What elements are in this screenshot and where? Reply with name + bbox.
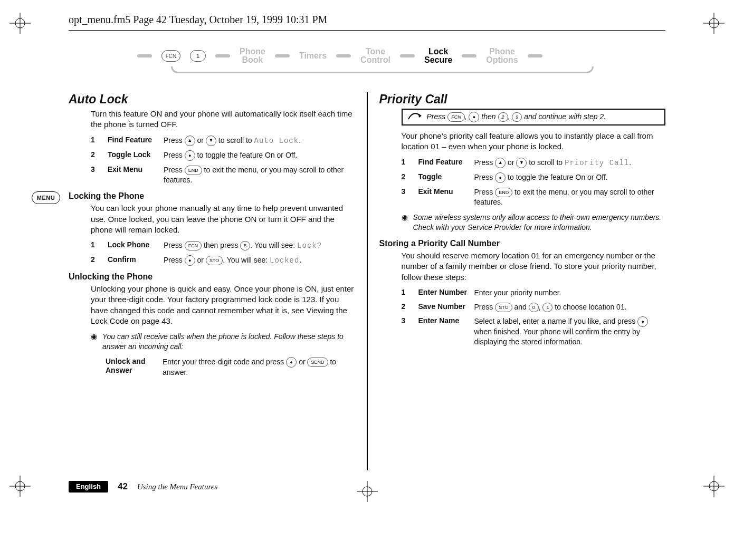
auto-lock-intro: Turn this feature ON and your phone will… xyxy=(91,109,355,130)
priority-intro: Your phone’s priority call feature allow… xyxy=(402,131,666,152)
sub-heading-locking: Locking the Phone xyxy=(69,191,355,201)
scroll-down-icon: ▼ xyxy=(206,136,216,146)
sub-heading-unlocking: Unlocking the Phone xyxy=(69,272,355,282)
step-label: Toggle xyxy=(418,172,469,183)
nav-dash-icon xyxy=(137,54,152,57)
step-number: 1 xyxy=(402,288,413,298)
step-label: Unlock and Answer xyxy=(106,357,156,378)
nav-item-label: Tone xyxy=(366,47,385,56)
step-label: Exit Menu xyxy=(418,187,469,207)
select-key-icon: ● xyxy=(286,357,297,368)
nav-dash-icon xyxy=(528,54,542,57)
five-key-icon: 5 xyxy=(240,241,250,250)
page-title: Using the Menu Features xyxy=(137,482,217,491)
one-key-icon: 1 xyxy=(542,303,552,312)
zero-key-icon: 0 xyxy=(529,303,539,312)
nav-item-label: Lock xyxy=(428,47,448,56)
step-label: Lock Phone xyxy=(108,240,158,251)
nav-item-tone-control: Tone Control xyxy=(360,47,390,64)
nav-item-label: Options xyxy=(486,56,518,64)
step-desc: Enter your three-digit code and press ● … xyxy=(163,357,355,378)
locking-steps: 1 Lock Phone Press FCN then press 5. You… xyxy=(91,240,355,266)
note-bullet-icon: ◉ xyxy=(402,213,408,233)
locking-body: You can lock your phone manually at any … xyxy=(91,203,355,235)
step-number: 3 xyxy=(402,316,413,347)
one-key-icon: 1 xyxy=(190,50,206,62)
step-number: 2 xyxy=(402,302,413,312)
step-label: Enter Number xyxy=(418,288,469,298)
nav-dash-icon xyxy=(336,54,351,57)
step-label: Find Feature xyxy=(108,136,158,146)
running-head-rule xyxy=(69,30,665,31)
step-number: 3 xyxy=(402,187,413,207)
left-column: Auto Lock Turn this feature ON and your … xyxy=(69,92,367,470)
step-desc: Press ● to toggle the feature On or Off. xyxy=(474,172,666,183)
section-heading-auto-lock: Auto Lock xyxy=(69,92,355,107)
end-key-icon: END xyxy=(495,188,512,197)
nav-item-phone-options: Phone Options xyxy=(486,47,518,64)
select-key-icon: ● xyxy=(185,255,195,266)
nav-dash-icon xyxy=(400,54,415,57)
page-number: 42 xyxy=(118,481,128,492)
step-desc: Enter your priority number. xyxy=(474,288,666,298)
running-head: opt_menu.fm5 Page 42 Tuesday, October 19… xyxy=(69,14,327,26)
step-label: Find Feature xyxy=(418,158,469,168)
page-footer: English 42 Using the Menu Features xyxy=(69,481,665,493)
fcn-key-icon: FCN xyxy=(161,50,180,62)
fcn-key-icon: FCN xyxy=(447,112,465,122)
language-badge: English xyxy=(69,481,108,493)
sto-key-icon: STO xyxy=(206,256,223,265)
crop-mark-icon xyxy=(703,13,725,34)
scroll-down-icon: ▼ xyxy=(516,158,527,168)
step-desc: Press ▲ or ▼ to scroll to Auto Lock. xyxy=(164,136,355,146)
note-bullet-icon: ◉ xyxy=(91,332,97,352)
nav-dash-icon xyxy=(275,54,290,57)
crop-mark-icon xyxy=(9,13,31,34)
nav-dash-icon xyxy=(215,54,230,57)
nav-bar: FCN 1 Phone Book Timers Tone Control Loc… xyxy=(137,47,597,73)
fcn-key-icon: FCN xyxy=(185,241,202,250)
step-number: 1 xyxy=(402,158,413,168)
scroll-up-icon: ▲ xyxy=(185,136,195,146)
menu-badge-icon: MENU xyxy=(32,191,60,204)
crop-mark-icon xyxy=(9,476,31,497)
select-key-icon: ● xyxy=(185,150,195,161)
step-desc: Press STO and 0, 1 to choose location 01… xyxy=(474,302,666,312)
unlocking-body: Unlocking your phone is quick and easy. … xyxy=(91,284,355,326)
nav-item-phone-book: Phone Book xyxy=(240,47,265,64)
nav-item-label: Timers xyxy=(299,52,327,60)
nav-dash-icon xyxy=(462,54,476,57)
step-label: Exit Menu xyxy=(108,165,158,185)
sto-key-icon: STO xyxy=(495,303,512,312)
nav-item-label: Book xyxy=(242,56,263,64)
shortcut-text: Press FCN, ● then 2, 9 and continue with… xyxy=(427,112,606,122)
step-number: 2 xyxy=(402,172,413,183)
step-desc: Press END to exit the menu, or you may s… xyxy=(474,187,666,207)
nav-item-lock-secure: Lock Secure xyxy=(424,47,452,64)
nav-item-label: Phone xyxy=(489,47,515,56)
nine-key-icon: 9 xyxy=(512,112,522,122)
step-desc: Press ● to toggle the feature On or Off. xyxy=(164,150,355,161)
two-key-icon: 2 xyxy=(498,112,508,122)
end-key-icon: END xyxy=(185,166,202,175)
step-desc: Press ● or STO. You will see: Locked. xyxy=(164,255,355,266)
unlock-step: Unlock and Answer Enter your three-digit… xyxy=(106,357,355,378)
scroll-up-icon: ▲ xyxy=(495,158,506,168)
note-text: You can still receive calls when the pho… xyxy=(102,332,355,352)
sub-heading-storing: Storing a Priority Call Number xyxy=(379,239,666,248)
step-desc: Press FCN then press 5. You will see: Lo… xyxy=(164,240,355,251)
section-heading-priority-call: Priority Call xyxy=(379,92,666,107)
step-label: Toggle Lock xyxy=(108,150,158,161)
nav-underline xyxy=(171,66,594,73)
step-desc: Press END to exit the menu, or you may s… xyxy=(164,165,355,185)
note-text: Some wireless systems only allow access … xyxy=(413,213,666,233)
step-number: 2 xyxy=(91,150,102,161)
nav-item-label: Phone xyxy=(240,47,265,56)
step-number: 1 xyxy=(91,136,102,146)
storing-body: You should reserve memory location 01 fo… xyxy=(402,250,666,283)
step-desc: Press ▲ or ▼ to scroll to Priority Call. xyxy=(474,158,666,168)
note: ◉ Some wireless systems only allow acces… xyxy=(402,213,666,233)
storing-steps: 1 Enter Number Enter your priority numbe… xyxy=(402,288,666,347)
shortcut-arrow-icon xyxy=(408,112,422,122)
nav-item-label: Secure xyxy=(424,56,452,64)
